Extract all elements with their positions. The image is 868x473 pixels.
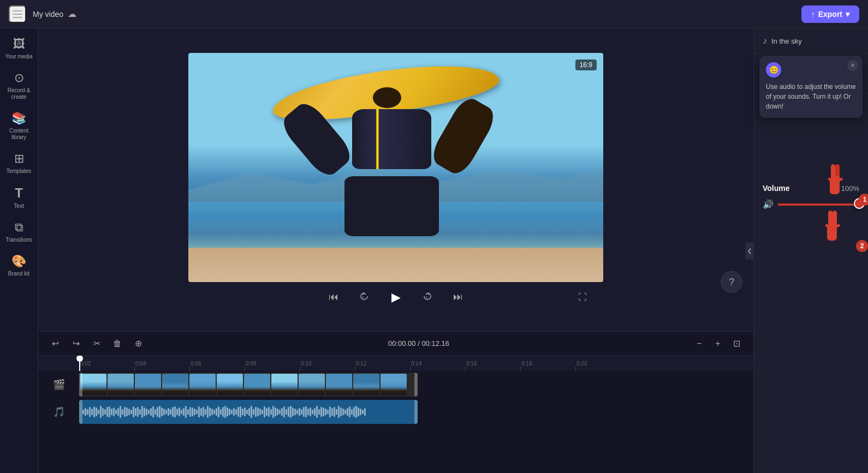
volume-knob[interactable] — [854, 198, 865, 209]
video-track-content[interactable] — [79, 373, 753, 397]
waveform-bar — [152, 406, 154, 417]
add-clip-button[interactable]: ⊕ — [130, 336, 146, 352]
skip-forward-button[interactable]: ⏭ — [448, 288, 468, 307]
waveform-bar — [316, 406, 318, 418]
export-button[interactable]: ↑ Export ▾ — [801, 5, 859, 23]
video-track-label: 🎬 — [38, 379, 79, 391]
ruler-mark: 0:10 — [300, 361, 355, 371]
waveform-bar — [137, 407, 139, 417]
sidebar-item-your-media[interactable]: 🖼 Your media — [2, 33, 36, 64]
waveform-bar — [181, 410, 182, 414]
waveform-bar — [301, 409, 302, 415]
audio-clip-handle-left[interactable] — [79, 400, 82, 424]
waveform-bar — [320, 407, 322, 417]
sidebar: 🖼 Your media ⊙ Record &create 📚 Content … — [0, 28, 38, 473]
sidebar-item-templates[interactable]: ⊞ Templates — [2, 147, 36, 179]
fit-button[interactable]: ⊡ — [728, 336, 745, 352]
cursor-badge-2: 2 — [856, 240, 868, 252]
waveform-bar — [344, 410, 346, 414]
waveform-bar — [207, 406, 209, 418]
waveform-bar — [224, 406, 226, 418]
waveform-bar — [222, 407, 224, 417]
redo-button[interactable]: ↪ — [68, 336, 84, 352]
ruler-mark: 0:06 — [189, 361, 245, 371]
rewind-button[interactable]: 5 — [354, 288, 374, 307]
video-thumbnail — [162, 374, 188, 396]
waveform-bar — [130, 410, 132, 414]
menu-button[interactable] — [9, 5, 26, 23]
undo-button[interactable]: ↩ — [47, 336, 63, 352]
play-button[interactable]: ▶ — [385, 286, 407, 308]
waveform-bar — [312, 410, 313, 414]
waveform-bar — [279, 410, 281, 414]
sidebar-item-transitions[interactable]: ⧉ Transitions — [2, 216, 36, 248]
waveform-bar — [174, 406, 176, 417]
waveform-bar — [154, 409, 156, 415]
delete-button[interactable]: 🗑 — [109, 336, 126, 352]
audio-track-content[interactable] — [79, 400, 753, 424]
waveform-bar — [310, 408, 311, 416]
waveform-bar — [251, 406, 252, 418]
audio-clip-handle-right[interactable] — [414, 400, 418, 424]
tooltip-close-button[interactable]: × — [847, 60, 858, 71]
waveform-bar — [172, 407, 174, 417]
panel-collapse-button[interactable]: ❮ — [745, 242, 754, 260]
center-content: 16:9 ? ⏮ 5 ▶ — [38, 28, 753, 473]
audio-clip[interactable] — [79, 400, 418, 424]
zoom-out-button[interactable]: − — [691, 336, 708, 352]
waveform-bar — [96, 408, 97, 416]
zoom-controls: − + ⊡ — [691, 336, 745, 352]
help-icon: ? — [729, 277, 734, 288]
waveform-bar — [113, 408, 115, 416]
waveform-bar — [334, 407, 335, 417]
arm-right — [427, 94, 499, 178]
waveform-bar — [213, 410, 215, 414]
video-clip[interactable] — [79, 373, 418, 397]
waveform-bar — [288, 407, 289, 417]
brand-kit-icon: 🎨 — [11, 254, 26, 268]
waveform-bar — [347, 408, 348, 416]
sidebar-item-record[interactable]: ⊙ Record &create — [2, 67, 36, 105]
video-clip-handle-right[interactable] — [414, 373, 418, 397]
sidebar-item-content-library[interactable]: 📚 Content library — [2, 107, 36, 145]
skip-back-button[interactable]: ⏮ — [324, 288, 343, 307]
forward-button[interactable]: 5 — [418, 288, 437, 307]
waveform-bar — [203, 407, 204, 417]
waveform-bar — [85, 408, 86, 416]
waveform-bar — [141, 406, 143, 418]
waveform-bar — [349, 406, 350, 417]
ruler-mark: 0:04 — [134, 361, 189, 371]
waveform-bar — [198, 406, 200, 417]
top-bar: My video ☁ ↑ Export ▾ — [0, 0, 868, 28]
video-thumbnail — [135, 374, 161, 396]
waveform-bar — [327, 410, 329, 414]
waveform-bar — [336, 409, 337, 415]
help-button[interactable]: ? — [721, 271, 742, 293]
waveform-bar — [126, 408, 128, 416]
video-clip-handle-left[interactable] — [79, 373, 82, 397]
zoom-in-button[interactable]: + — [710, 336, 726, 352]
fullscreen-button[interactable]: ⛶ — [573, 288, 592, 307]
waveform-bar — [353, 407, 355, 417]
waveform-bar — [176, 409, 178, 415]
waveform-bar — [183, 408, 185, 416]
your-media-icon: 🖼 — [13, 37, 25, 51]
video-thumbnail — [217, 374, 243, 396]
audio-track-name: In the sky — [771, 37, 802, 45]
video-thumbnail — [299, 374, 325, 396]
playhead[interactable] — [79, 356, 80, 371]
waveform-bar — [362, 410, 364, 414]
sidebar-item-brand-kit[interactable]: 🎨 Brand kit — [2, 250, 36, 282]
waveform-bar — [179, 408, 180, 416]
waveform-bar — [117, 408, 119, 416]
cut-button[interactable]: ✂ — [88, 336, 105, 352]
waveform-bar — [93, 406, 95, 417]
waveform-bar — [355, 406, 357, 418]
sidebar-item-label-templates: Templates — [7, 168, 32, 175]
waveform-bar — [218, 406, 219, 417]
waveform-bar — [185, 406, 187, 418]
sidebar-item-text[interactable]: T Text — [2, 181, 36, 214]
volume-slider-track[interactable] — [778, 203, 859, 206]
audio-track-row: 🎵 — [38, 398, 753, 426]
waveform-bar — [187, 409, 189, 415]
